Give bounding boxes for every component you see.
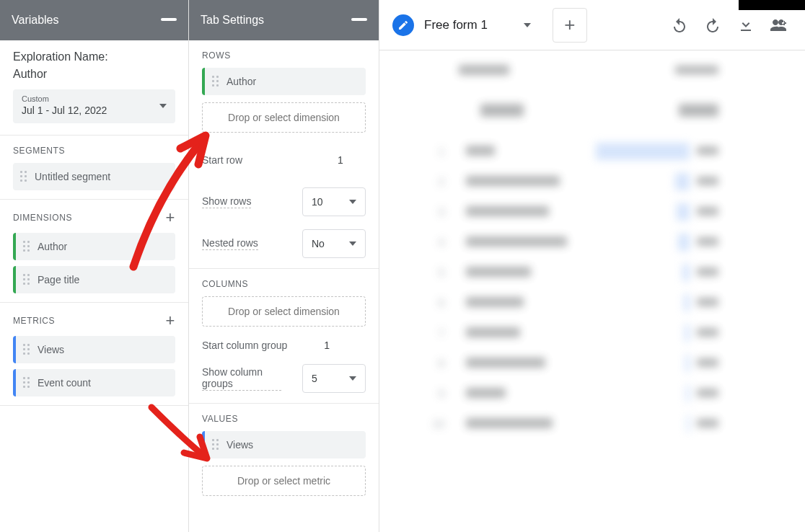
redo-button[interactable] bbox=[700, 12, 726, 38]
date-range-picker[interactable]: Custom Jul 1 - Jul 12, 2022 bbox=[13, 89, 175, 123]
dimension-chip[interactable]: Page title bbox=[13, 266, 175, 293]
dimensions-heading: DIMENSIONS bbox=[13, 213, 72, 223]
show-rows-value: 10 bbox=[312, 196, 323, 208]
edit-tab-button[interactable] bbox=[392, 14, 414, 36]
dimension-chip-label: Page title bbox=[38, 274, 79, 285]
metric-chip[interactable]: Views bbox=[13, 336, 175, 363]
tab-title[interactable]: Free form 1 bbox=[424, 18, 488, 32]
show-rows-select[interactable]: 10 bbox=[302, 187, 366, 216]
redo-icon bbox=[704, 17, 721, 34]
rows-dropzone[interactable]: Drop or select dimension bbox=[202, 102, 366, 133]
window-overlay bbox=[739, 0, 805, 10]
segment-chip-label: Untitled segment bbox=[35, 171, 110, 182]
rows-dropzone-label: Drop or select dimension bbox=[228, 112, 340, 123]
show-col-label: Show column groups bbox=[202, 366, 281, 391]
segments-heading: SEGMENTS bbox=[13, 146, 65, 156]
metric-chip-label: Event count bbox=[38, 377, 91, 389]
drag-handle-icon bbox=[23, 274, 30, 285]
drag-handle-icon bbox=[23, 241, 30, 252]
dimension-chip-label: Author bbox=[38, 241, 67, 252]
start-row-value: 1 bbox=[338, 154, 343, 166]
columns-dropzone-label: Drop or select dimension bbox=[228, 306, 340, 317]
metrics-heading: METRICS bbox=[13, 316, 55, 326]
metric-chip-label: Views bbox=[38, 344, 64, 355]
add-tab-button[interactable]: + bbox=[553, 8, 587, 43]
drag-handle-icon bbox=[212, 439, 219, 451]
chevron-down-icon[interactable] bbox=[524, 23, 531, 27]
chevron-down-icon bbox=[159, 104, 167, 108]
drag-handle-icon bbox=[212, 76, 219, 87]
tab-settings-title: Tab Settings bbox=[201, 14, 264, 27]
date-range-text: Jul 1 - Jul 12, 2022 bbox=[22, 105, 107, 116]
values-chip[interactable]: Views bbox=[202, 431, 366, 458]
start-row-input[interactable]: 1 bbox=[315, 146, 366, 174]
segment-chip[interactable]: Untitled segment bbox=[13, 163, 175, 190]
dimension-chip[interactable]: Author bbox=[13, 233, 175, 260]
chevron-down-icon bbox=[349, 376, 356, 381]
download-icon bbox=[737, 17, 755, 34]
undo-button[interactable] bbox=[667, 12, 692, 38]
report-preview-blurred: 1 2 3 4 5 6 7 8 9 10 bbox=[394, 40, 805, 532]
nested-rows-label: Nested rows bbox=[202, 237, 258, 250]
download-button[interactable] bbox=[733, 12, 759, 38]
show-col-select[interactable]: 5 bbox=[302, 364, 366, 393]
variables-panel-title: Variables bbox=[12, 14, 59, 27]
start-col-value[interactable]: 1 bbox=[324, 340, 330, 351]
start-row-label: Start row bbox=[202, 154, 242, 166]
drag-handle-icon bbox=[23, 344, 30, 355]
show-col-value: 5 bbox=[312, 373, 317, 384]
share-button[interactable] bbox=[766, 12, 792, 38]
values-dropzone[interactable]: Drop or select metric bbox=[202, 466, 366, 496]
columns-dropzone[interactable]: Drop or select dimension bbox=[202, 296, 366, 327]
drag-handle-icon bbox=[20, 171, 27, 182]
nested-rows-select[interactable]: No bbox=[302, 229, 366, 258]
minimize-icon[interactable] bbox=[161, 18, 177, 21]
values-dropzone-label: Drop or select metric bbox=[237, 475, 330, 487]
rows-chip-label: Author bbox=[226, 76, 256, 87]
rows-chip[interactable]: Author bbox=[202, 68, 366, 95]
exploration-name-label: Exploration Name: bbox=[13, 50, 175, 63]
columns-heading: COLUMNS bbox=[202, 279, 248, 289]
add-metric-button[interactable]: + bbox=[166, 313, 175, 329]
metric-chip[interactable]: Event count bbox=[13, 369, 175, 396]
undo-icon bbox=[671, 17, 688, 34]
date-range-custom-label: Custom bbox=[22, 95, 107, 103]
pencil-icon bbox=[397, 19, 409, 31]
minimize-icon[interactable] bbox=[351, 18, 367, 21]
share-person-icon bbox=[770, 17, 788, 34]
values-heading: VALUES bbox=[202, 414, 238, 424]
start-col-label: Start column group bbox=[202, 340, 287, 351]
show-rows-label: Show rows bbox=[202, 195, 251, 208]
chevron-down-icon bbox=[349, 200, 356, 204]
nested-rows-value: No bbox=[312, 238, 325, 249]
values-chip-label: Views bbox=[226, 439, 253, 451]
rows-heading: ROWS bbox=[202, 50, 231, 61]
exploration-name-value[interactable]: Author bbox=[13, 68, 175, 81]
chevron-down-icon bbox=[349, 241, 356, 246]
add-dimension-button[interactable]: + bbox=[166, 210, 175, 226]
drag-handle-icon bbox=[23, 377, 30, 389]
